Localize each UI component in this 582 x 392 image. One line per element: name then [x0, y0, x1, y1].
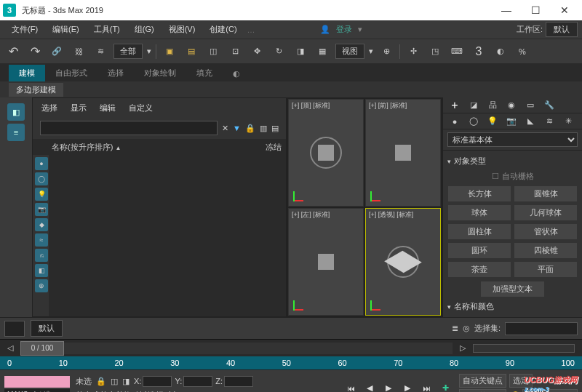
viewport-left[interactable]: [+] [左] [标准]	[288, 208, 364, 316]
angle-snap-button[interactable]: ◐	[492, 43, 509, 60]
x-input[interactable]	[143, 376, 172, 387]
time-next-icon[interactable]: ▷	[460, 343, 466, 353]
cameras-icon[interactable]: 📷	[504, 114, 519, 129]
layers-icon[interactable]: ≣	[452, 324, 458, 333]
time-ruler[interactable]: 0 10 20 30 40 50 60 70 80 90 100	[0, 356, 582, 369]
viewport-front[interactable]: [+] [前] [标准]	[365, 99, 441, 207]
filter-space-icon[interactable]: ≈	[35, 233, 48, 247]
filter-icon[interactable]: ▼	[233, 124, 241, 132]
track-scrollbar[interactable]	[473, 344, 575, 353]
explorer-search-input[interactable]	[40, 121, 218, 135]
viewport-top[interactable]: [+] [顶] [标准]	[288, 99, 364, 207]
viewport-perspective[interactable]: [+] [透视] [标准]	[365, 208, 441, 316]
isolate-toggle-icon[interactable]: ◫	[111, 377, 118, 386]
move-tool-button[interactable]: ✢	[404, 43, 422, 60]
display-tab-icon[interactable]: ▭	[523, 98, 538, 113]
explorer-body[interactable]: ● ◯ 💡 📷 ◆ ≈ ⎌ ◧ ⊕	[33, 155, 286, 316]
filter-geom-icon[interactable]: ●	[35, 157, 48, 170]
motion-tab-icon[interactable]: ◉	[504, 98, 519, 113]
filter-xref-icon[interactable]: ⊕	[35, 279, 48, 292]
login-link[interactable]: 登录	[330, 24, 358, 35]
menu-ellipsis[interactable]: …	[244, 25, 258, 34]
filter-shape-icon[interactable]: ◯	[35, 172, 48, 185]
primitive-cylinder[interactable]: 圆柱体	[447, 223, 511, 240]
tab-expand-icon[interactable]: ◐	[223, 66, 250, 81]
select-rotate-button[interactable]: ↻	[270, 43, 287, 60]
isolate-icon[interactable]: ◎	[463, 324, 470, 333]
login-dropdown-icon[interactable]: ▾	[358, 25, 362, 34]
systems-icon[interactable]: ✳	[561, 114, 575, 129]
unlink-button[interactable]: ⛓	[70, 43, 87, 60]
workspace-selector[interactable]: 工作区: 默认	[517, 22, 578, 37]
select-scale-button[interactable]: ◨	[292, 43, 309, 60]
category-dropdown[interactable]: 标准基本体	[447, 132, 578, 147]
tab-modeling[interactable]: 建模	[9, 65, 45, 81]
view-mode2-icon[interactable]: ▤	[271, 124, 279, 133]
filter-camera-icon[interactable]: 📷	[35, 203, 48, 216]
menu-group[interactable]: 组(G)	[127, 24, 162, 35]
primitive-box[interactable]: 长方体	[447, 185, 511, 202]
hierarchy-tab-icon[interactable]: 品	[485, 98, 500, 113]
column-name[interactable]: 名称(按升序排序) ▲	[37, 142, 266, 153]
select-object-button[interactable]: ▣	[161, 43, 178, 60]
goto-end-icon[interactable]: ⏭	[418, 380, 434, 393]
percent-snap-button[interactable]: %	[514, 43, 531, 60]
menu-edit[interactable]: 编辑(E)	[45, 24, 87, 35]
window-cross-button[interactable]: ⊡	[226, 43, 244, 60]
primitive-cone[interactable]: 圆锥体	[514, 185, 578, 202]
bind-button[interactable]: ≋	[92, 43, 109, 60]
spacewarps-icon[interactable]: ≋	[542, 114, 557, 129]
modify-tab-icon[interactable]: ◪	[466, 98, 481, 113]
shapes-icon[interactable]: ◯	[466, 114, 481, 129]
viewport-left-label[interactable]: [+] [左] [标准]	[292, 210, 330, 220]
pivot-button[interactable]: ⊕	[378, 43, 395, 60]
coord-dropdown-icon[interactable]: ▾	[369, 47, 373, 56]
link-button[interactable]: 🔗	[48, 43, 65, 60]
close-button[interactable]: ✕	[550, 0, 579, 20]
menu-tools[interactable]: 工具(T)	[87, 24, 127, 35]
viewport-top-label[interactable]: [+] [顶] [标准]	[292, 101, 330, 111]
play-button-icon[interactable]: ▶	[380, 380, 396, 393]
viewport-persp-label[interactable]: [+] [透视] [标准]	[369, 210, 413, 220]
ref-coord-system[interactable]: 视图	[335, 44, 364, 59]
explorer-menu-select[interactable]: 选择	[41, 103, 57, 113]
viewport-layout-button[interactable]	[4, 321, 25, 337]
prev-frame-icon[interactable]: ◀	[362, 380, 378, 393]
lock-icon[interactable]: 🔒	[245, 124, 255, 133]
primitive-tube[interactable]: 管状体	[514, 223, 578, 240]
primitive-text[interactable]: 加强型文本	[480, 281, 546, 297]
menu-file[interactable]: 文件(F)	[4, 24, 45, 35]
time-prev-icon[interactable]: ◁	[7, 343, 13, 353]
time-slider-thumb[interactable]: 0 / 100	[20, 341, 64, 356]
select-move-button[interactable]: ✥	[248, 43, 266, 60]
filter-dropdown-icon[interactable]: ▾	[147, 47, 151, 56]
goto-start-icon[interactable]: ⏮	[343, 380, 359, 393]
next-frame-icon[interactable]: ▶	[399, 380, 415, 393]
select-name-button[interactable]: ▤	[183, 43, 200, 60]
primitive-teapot[interactable]: 茶壶	[447, 261, 511, 278]
setkey-button[interactable]: 设置关键点	[459, 389, 506, 393]
menu-views[interactable]: 视图(V)	[162, 24, 203, 35]
workspace-value[interactable]: 默认	[546, 22, 578, 37]
primitive-sphere[interactable]: 球体	[447, 204, 511, 221]
viewport-front-label[interactable]: [+] [前] [标准]	[369, 101, 407, 111]
lights-icon[interactable]: 💡	[485, 114, 500, 129]
explorer-menu-edit[interactable]: 编辑	[100, 103, 116, 113]
y-input[interactable]	[183, 376, 212, 387]
minimize-button[interactable]: —	[492, 0, 521, 20]
utilities-tab-icon[interactable]: 🔧	[542, 98, 557, 113]
snap-toggle-button[interactable]: 3	[470, 43, 487, 60]
primitive-plane[interactable]: 平面	[514, 261, 578, 278]
layer-explorer-toggle[interactable]: ≡	[7, 124, 25, 141]
placement-button[interactable]: ▦	[314, 43, 331, 60]
geometry-icon[interactable]: ●	[447, 114, 462, 129]
z-input[interactable]	[224, 376, 253, 387]
maxscript-listener[interactable]: MAXScript 迷	[4, 389, 70, 393]
primitive-torus[interactable]: 圆环	[447, 242, 511, 259]
tab-object-paint[interactable]: 对象绘制	[134, 65, 186, 81]
lock-selection-icon[interactable]: 🔒	[96, 377, 106, 386]
redo-button[interactable]: ↷	[26, 43, 44, 60]
undo-button[interactable]: ↶	[4, 43, 22, 60]
selection-filter[interactable]: 全部	[113, 44, 143, 59]
menu-create[interactable]: 创建(C)	[202, 24, 244, 35]
